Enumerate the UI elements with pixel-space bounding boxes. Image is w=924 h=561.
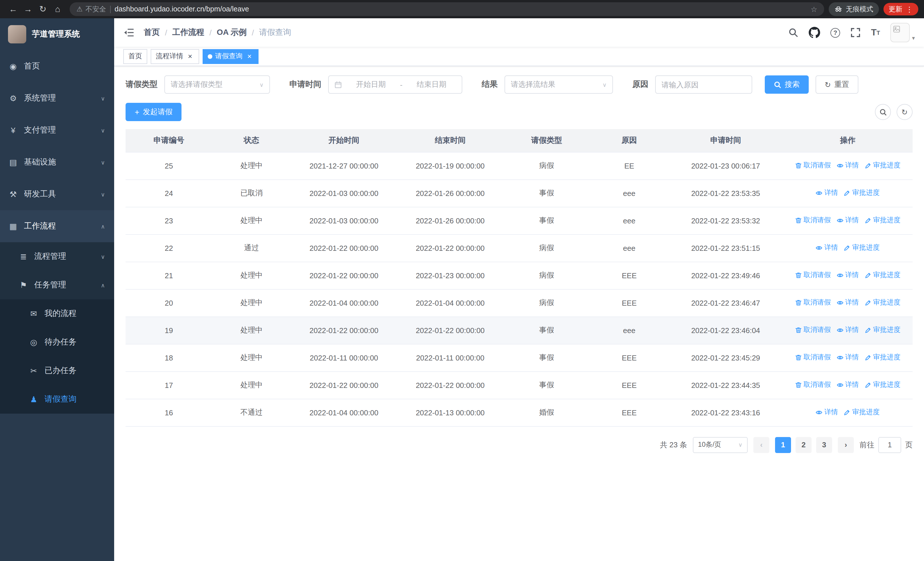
action-label: 详情 xyxy=(845,380,859,390)
detail-link[interactable]: 详情 xyxy=(816,408,838,417)
github-icon[interactable] xyxy=(809,27,820,38)
goto-unit: 页 xyxy=(905,439,913,450)
table-cell-id: 24 xyxy=(126,179,212,207)
table-cell-status: 处理中 xyxy=(212,344,291,371)
next-page-button[interactable]: › xyxy=(838,437,854,453)
user-menu[interactable]: ▾ xyxy=(890,23,915,42)
page-size-select[interactable]: 10条/页 ∨ xyxy=(693,437,748,453)
payment-icon: ¥ xyxy=(8,126,18,135)
page-button-3[interactable]: 3 xyxy=(816,437,832,453)
font-size-small-glyph: T xyxy=(877,29,880,36)
action-label: 审批进度 xyxy=(873,353,900,362)
sidebar-item-devtools[interactable]: ⚒ 研发工具 ∨ xyxy=(0,178,114,210)
leave-type-select[interactable]: 请选择请假类型 ∨ xyxy=(164,75,270,94)
col-header-applied: 申请时间 xyxy=(669,129,783,152)
cancel-leave-link[interactable]: 取消请假 xyxy=(795,216,831,226)
cancel-leave-link[interactable]: 取消请假 xyxy=(795,353,831,362)
approval-progress-link[interactable]: 审批进度 xyxy=(864,271,900,280)
cancel-leave-link[interactable]: 取消请假 xyxy=(795,380,831,390)
detail-link[interactable]: 详情 xyxy=(816,243,838,253)
tab-process-detail[interactable]: 流程详情 × xyxy=(151,49,199,64)
tab-leave-query[interactable]: 请假查询 × xyxy=(202,49,258,64)
sidebar-item-system[interactable]: ⚙ 系统管理 ∨ xyxy=(0,82,114,114)
detail-link[interactable]: 详情 xyxy=(836,325,859,335)
detail-link[interactable]: 详情 xyxy=(836,298,859,308)
breadcrumb-workflow[interactable]: 工作流程 xyxy=(172,27,204,38)
browser-reload-icon[interactable]: ↻ xyxy=(35,0,50,18)
sidebar-item-todo-tasks[interactable]: ◎ 待办任务 xyxy=(0,328,114,356)
browser-back-icon[interactable]: ← xyxy=(6,0,21,18)
approval-progress-link[interactable]: 审批进度 xyxy=(864,216,900,226)
breadcrumb-home[interactable]: 首页 xyxy=(144,27,160,38)
cancel-leave-link[interactable]: 取消请假 xyxy=(795,271,831,280)
approval-progress-link[interactable]: 审批进度 xyxy=(843,408,879,417)
bookmark-star-icon[interactable]: ☆ xyxy=(811,5,817,14)
close-icon[interactable]: × xyxy=(186,52,194,60)
reset-button[interactable]: ↻ 重置 xyxy=(816,75,858,94)
sidebar-item-my-process[interactable]: ✉ 我的流程 xyxy=(0,299,114,328)
detail-link[interactable]: 详情 xyxy=(816,188,838,198)
cancel-leave-link[interactable]: 取消请假 xyxy=(795,325,831,335)
sidebar-item-workflow[interactable]: ▦ 工作流程 ∧ xyxy=(0,210,114,242)
browser-forward-icon[interactable]: → xyxy=(21,0,35,18)
end-date-placeholder[interactable]: 结束日期 xyxy=(407,80,456,90)
goto-page-input[interactable] xyxy=(878,437,901,453)
caret-down-icon: ▾ xyxy=(912,35,915,42)
apply-time-range-picker[interactable]: 开始日期 - 结束日期 xyxy=(328,75,462,94)
sidebar-fold-icon[interactable] xyxy=(123,27,135,38)
approval-progress-link[interactable]: 审批进度 xyxy=(843,188,879,198)
browser-home-icon[interactable]: ⌂ xyxy=(50,0,65,18)
detail-link[interactable]: 详情 xyxy=(836,271,859,280)
browser-menu-icon[interactable]: ⋮ xyxy=(906,5,913,14)
browser-update-button[interactable]: 更新 ⋮ xyxy=(884,3,918,15)
detail-link[interactable]: 详情 xyxy=(836,161,859,170)
approval-progress-link[interactable]: 审批进度 xyxy=(864,161,900,170)
reason-input[interactable] xyxy=(662,80,746,89)
cancel-leave-link[interactable]: 取消请假 xyxy=(795,161,831,170)
close-icon[interactable]: × xyxy=(245,52,254,60)
address-bar[interactable]: ⚠ 不安全 dashboard.yudao.iocoder.cn/bpm/oa/… xyxy=(70,2,824,16)
table-cell-start: 2021-12-27 00:00:00 xyxy=(291,152,397,179)
detail-link[interactable]: 详情 xyxy=(836,216,859,226)
breadcrumb-oa-example[interactable]: OA 示例 xyxy=(217,27,247,38)
sidebar-item-payment[interactable]: ¥ 支付管理 ∨ xyxy=(0,114,114,146)
sidebar-item-process-management[interactable]: ≣ 流程管理 ∨ xyxy=(0,242,114,271)
page-button-1[interactable]: 1 xyxy=(775,437,791,453)
cancel-icon xyxy=(795,327,802,334)
sidebar-item-home[interactable]: ◉ 首页 xyxy=(0,50,114,82)
avatar[interactable] xyxy=(890,23,910,42)
search-button[interactable]: 搜索 xyxy=(765,75,809,94)
omnibox-divider xyxy=(110,5,111,13)
approval-progress-link[interactable]: 审批进度 xyxy=(864,298,900,308)
table-cell-type: 病假 xyxy=(503,152,590,179)
sidebar-item-leave-query[interactable]: ♟ 请假查询 xyxy=(0,385,114,414)
tab-home[interactable]: 首页 xyxy=(123,49,147,64)
toggle-search-button[interactable] xyxy=(875,104,891,120)
security-warning[interactable]: ⚠ 不安全 xyxy=(76,4,106,14)
prev-page-button[interactable]: ‹ xyxy=(753,437,770,453)
approval-progress-link[interactable]: 审批进度 xyxy=(843,243,879,253)
detail-link[interactable]: 详情 xyxy=(836,353,859,362)
sidebar-item-done-tasks[interactable]: ✂ 已办任务 xyxy=(0,356,114,385)
url-text[interactable]: dashboard.yudao.iocoder.cn/bpm/oa/leave xyxy=(115,5,807,13)
page-button-2[interactable]: 2 xyxy=(796,437,812,453)
header-search-icon[interactable] xyxy=(788,27,798,38)
font-size-icon[interactable]: TT xyxy=(871,27,880,38)
result-select[interactable]: 请选择流结果 ∨ xyxy=(504,75,613,94)
sidebar-item-task-management[interactable]: ⚑ 任务管理 ∧ xyxy=(0,271,114,299)
help-icon[interactable]: ? xyxy=(830,28,840,38)
refresh-table-button[interactable]: ↻ xyxy=(897,104,913,120)
start-date-placeholder[interactable]: 开始日期 xyxy=(346,80,396,90)
create-leave-button[interactable]: + 发起请假 xyxy=(126,103,182,121)
table-row: 20处理中2022-01-04 00:00:002022-01-04 00:00… xyxy=(126,289,913,316)
approval-progress-link[interactable]: 审批进度 xyxy=(864,325,900,335)
cancel-leave-link[interactable]: 取消请假 xyxy=(795,298,831,308)
app-logo-row[interactable]: 芋道管理系统 xyxy=(0,18,114,50)
detail-link[interactable]: 详情 xyxy=(836,380,859,390)
approval-progress-link[interactable]: 审批进度 xyxy=(864,380,900,390)
fullscreen-icon[interactable] xyxy=(850,27,861,38)
cancel-icon xyxy=(795,162,802,169)
approval-progress-link[interactable]: 审批进度 xyxy=(864,353,900,362)
cancel-icon xyxy=(795,217,802,224)
sidebar-item-infrastructure[interactable]: ▤ 基础设施 ∨ xyxy=(0,146,114,178)
